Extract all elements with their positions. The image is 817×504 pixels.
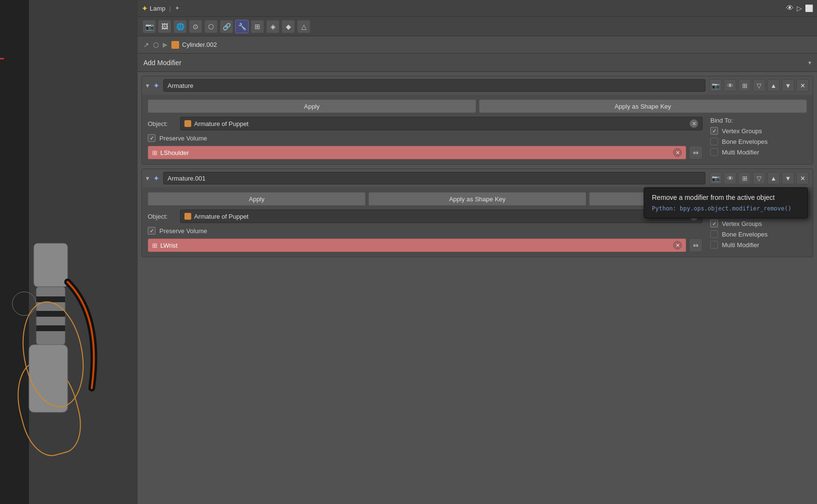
- modifier-name-input-armature001[interactable]: [163, 172, 705, 184]
- svg-rect-3: [36, 311, 65, 317]
- world-icon[interactable]: ⊙: [189, 20, 202, 33]
- move-up-icon[interactable]: ▲: [767, 79, 780, 92]
- add-modifier-label: Add Modifier: [143, 59, 182, 67]
- vertex-groups-row-armature001: Vertex Groups: [710, 220, 807, 227]
- object-clear-icon-armature[interactable]: ✕: [690, 119, 698, 128]
- collapse-icon-armature[interactable]: ▾: [146, 82, 149, 89]
- object-icon[interactable]: ⬡: [204, 20, 218, 33]
- vertex-groups-checkbox-armature001[interactable]: [710, 220, 718, 227]
- cursor-icon: ▷: [797, 4, 802, 12]
- bone-envelopes-row-armature: Bone Envelopes: [710, 138, 807, 145]
- mode-icon[interactable]: ⬡: [153, 41, 159, 49]
- nav-icon[interactable]: ↗: [143, 41, 149, 49]
- armature-type-icon: ✦: [153, 81, 159, 90]
- physics-icon[interactable]: ◈: [266, 20, 280, 33]
- modifier-header-armature001: ▾ ✦ 📷 👁 ⊞ ▽ ▲ ▼ ✕: [142, 169, 813, 187]
- camera-render-icon[interactable]: ⬜: [805, 4, 813, 12]
- remove-modifier-icon-001[interactable]: ✕: [796, 172, 809, 184]
- multi-modifier-checkbox-armature[interactable]: [710, 148, 718, 156]
- add-modifier-bar[interactable]: Add Modifier ▾: [138, 54, 817, 72]
- apply-shape-key-button-armature[interactable]: Apply as Shape Key: [479, 99, 807, 113]
- bone-envelopes-label-armature: Bone Envelopes: [722, 138, 768, 145]
- eye-icon[interactable]: 👁: [786, 4, 794, 13]
- vg-clear-btn-armature001[interactable]: ✕: [673, 241, 682, 250]
- object-cube-icon-armature001: [184, 213, 191, 220]
- armature001-type-icon: ✦: [153, 174, 159, 183]
- object-input-armature[interactable]: Armature of Puppet ✕: [180, 117, 703, 130]
- object-cube-icon-armature: [184, 120, 191, 127]
- edit-mode-icon-001[interactable]: ⊞: [738, 172, 751, 184]
- camera-render-icon[interactable]: 📷: [709, 79, 722, 92]
- eye-visibility-icon[interactable]: 👁: [724, 79, 736, 92]
- col-right-armature: Bind To: Vertex Groups Bone Envelopes Mu…: [710, 117, 807, 159]
- vertex-groups-checkbox-armature[interactable]: [710, 127, 718, 135]
- vertex-group-input-armature001[interactable]: ⊞ LWrist ✕: [148, 238, 686, 252]
- lamp-dot-icon: ✦: [141, 4, 148, 13]
- preserve-volume-checkbox-armature[interactable]: [148, 134, 155, 142]
- camera-render-icon-001[interactable]: 📷: [709, 172, 722, 184]
- vg-grid-icon: ⊞: [152, 149, 157, 156]
- bone-envelopes-checkbox-armature[interactable]: [710, 138, 718, 145]
- constraints-icon[interactable]: 🔗: [220, 20, 233, 33]
- remove-modifier-icon[interactable]: ✕: [796, 79, 809, 92]
- render-icon[interactable]: 📷: [142, 20, 156, 33]
- object-cube-icon: [171, 41, 179, 49]
- preserve-volume-row-armature: Preserve Volume: [148, 134, 703, 142]
- vertex-groups-label-armature001: Vertex Groups: [722, 220, 762, 227]
- collapse-icon-armature001[interactable]: ▾: [146, 174, 149, 182]
- apply-button-armature001[interactable]: Apply: [148, 192, 366, 206]
- vertex-groups-label-armature: Vertex Groups: [722, 127, 762, 135]
- icon-toolbar: 📷 🖼 🌐 ⊙ ⬡ 🔗 🔧 ⊞ ◈ ◆ △: [138, 17, 817, 36]
- particles-icon[interactable]: ⊞: [251, 20, 264, 33]
- vg-swap-btn-armature001[interactable]: ⇔: [689, 238, 703, 252]
- shape-keys-icon[interactable]: ◆: [282, 20, 295, 33]
- funnel-icon-001[interactable]: ▽: [753, 172, 765, 184]
- vertex-group-row-armature001: ⊞ LWrist ✕ ⇔: [148, 238, 703, 252]
- object-name-armature: Armature of Puppet: [194, 120, 687, 127]
- svg-rect-4: [36, 325, 65, 331]
- vertex-groups-row-armature: Vertex Groups: [710, 127, 807, 135]
- edit-mode-icon[interactable]: ⊞: [738, 79, 751, 92]
- preserve-volume-row-armature001: Preserve Volume: [148, 227, 703, 235]
- col-left-armature001: Object: Armature of Puppet ✕ Preserve Vo…: [148, 210, 703, 252]
- modifier-name-input-armature[interactable]: [163, 79, 705, 92]
- bone-envelopes-label-armature001: Bone Envelopes: [722, 231, 768, 238]
- move-down-icon[interactable]: ▼: [782, 79, 794, 92]
- apply-shape-key-button-armature001[interactable]: Apply as Shape Key: [368, 192, 586, 206]
- vg-clear-btn-armature[interactable]: ✕: [673, 148, 682, 157]
- vg-swap-btn-armature[interactable]: ⇔: [689, 146, 703, 159]
- funnel-icon[interactable]: ▽: [753, 79, 765, 92]
- preserve-volume-label-armature001: Preserve Volume: [159, 227, 207, 235]
- modifiers-icon[interactable]: 🔧: [235, 20, 249, 33]
- vertex-group-name-armature001: LWrist: [160, 242, 670, 249]
- object-label-armature: Object:: [148, 120, 174, 127]
- move-down-icon-001[interactable]: ▼: [782, 172, 794, 184]
- modifier-header-icons-armature001: 📷 👁 ⊞ ▽ ▲ ▼ ✕: [709, 172, 809, 184]
- lamp-label: Lamp: [150, 5, 166, 12]
- breadcrumb: ↗ ⬡ ▶ Cylinder.002: [138, 36, 817, 54]
- add-modifier-dropdown-icon[interactable]: ▾: [808, 59, 811, 66]
- multi-modifier-checkbox-armature001[interactable]: [710, 241, 718, 249]
- render-layers-icon[interactable]: 🖼: [158, 20, 171, 33]
- object-input-armature001[interactable]: Armature of Puppet ✕: [180, 210, 703, 223]
- data-icon[interactable]: △: [297, 20, 310, 33]
- apply-button-armature[interactable]: Apply: [148, 99, 476, 113]
- modifiers-container: ▾ ✦ 📷 👁 ⊞ ▽ ▲ ▼ ✕ Apply Apply as Shape K: [138, 72, 817, 504]
- multi-modifier-label-armature: Multi Modifier: [722, 149, 759, 156]
- tooltip-code-prefix: Python:: [652, 205, 680, 212]
- object-name-label: Cylinder.002: [182, 41, 217, 48]
- move-up-icon-001[interactable]: ▲: [767, 172, 780, 184]
- object-label-armature001: Object:: [148, 213, 174, 220]
- multi-modifier-row-armature001: Multi Modifier: [710, 241, 807, 249]
- properties-panel: ✦ Lamp | ✦ 👁 ▷ ⬜ 📷 🖼 🌐 ⊙ ⬡ 🔗 🔧 ⊞ ◈ ◆ △ ↗…: [138, 0, 817, 504]
- modifier-header-armature: ▾ ✦ 📷 👁 ⊞ ▽ ▲ ▼ ✕: [142, 76, 813, 95]
- preserve-volume-checkbox-armature001[interactable]: [148, 227, 155, 235]
- scene-icon[interactable]: 🌐: [173, 20, 187, 33]
- bone-envelopes-checkbox-armature001[interactable]: [710, 230, 718, 238]
- lamp-indicator: ✦ Lamp | ✦: [141, 4, 180, 13]
- bind-to-label-armature: Bind To:: [710, 117, 807, 124]
- multi-modifier-row-armature: Multi Modifier: [710, 148, 807, 156]
- vertex-group-input-armature[interactable]: ⊞ LShoulder ✕: [148, 146, 686, 159]
- eye-visibility-icon-001[interactable]: 👁: [724, 172, 736, 184]
- svg-rect-0: [34, 243, 68, 287]
